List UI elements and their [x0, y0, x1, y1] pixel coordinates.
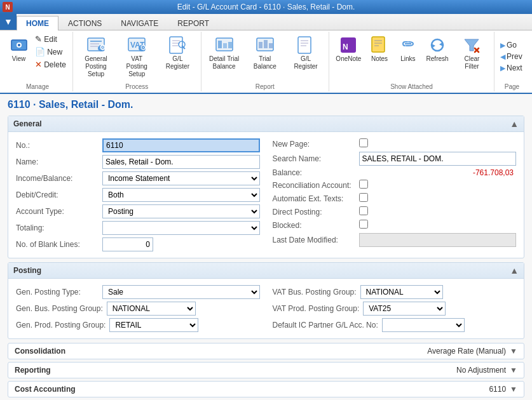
links-button[interactable]: Links [395, 33, 421, 65]
page-group-label: Page [498, 81, 526, 90]
general-posting-setup-button[interactable]: ⚙ General Posting Setup [77, 33, 115, 80]
name-label: Name: [16, 157, 99, 166]
name-input[interactable] [102, 155, 260, 169]
vat-posting-setup-icon: VAT⚙ [126, 35, 147, 55]
income-balance-select[interactable]: Income Statement Balance Sheet [102, 171, 260, 185]
gen-posting-type-value: Sale Purchase Settlement [102, 285, 260, 299]
auto-ext-texts-row: Automatic Ext. Texts: [273, 192, 517, 205]
debit-credit-select[interactable]: Both Debit Credit [102, 188, 260, 202]
next-label: Next [507, 63, 522, 72]
tab-report[interactable]: REPORT [168, 16, 219, 30]
direct-posting-row: Direct Posting: [273, 205, 517, 218]
vat-bus-posting-group-select[interactable]: NATIONAL [360, 285, 443, 299]
reporting-label: Reporting [15, 366, 51, 375]
reconciliation-checkbox[interactable] [359, 180, 368, 189]
detail-trial-balance-icon [214, 35, 235, 55]
detail-trial-balance-button[interactable]: Detail Trial Balance [205, 33, 243, 72]
tab-actions[interactable]: ACTIONS [58, 16, 111, 30]
new-page-value [359, 138, 517, 149]
general-section: General ▲ No.: Name: [8, 116, 524, 258]
no-value [102, 138, 260, 152]
default-ic-partner-value [382, 318, 516, 332]
new-button[interactable]: 📄 New [32, 46, 69, 58]
next-button[interactable]: ▶ Next [498, 63, 524, 73]
refresh-button[interactable]: Refresh [423, 33, 451, 65]
default-ic-partner-label: Default IC Partner G/L Acc. No: [273, 321, 378, 330]
account-type-select[interactable]: Posting Heading Total Begin-Total End-To… [102, 204, 260, 218]
onenote-button[interactable]: N OneNote [333, 33, 364, 65]
direct-posting-checkbox[interactable] [359, 206, 368, 215]
gen-posting-type-select[interactable]: Sale Purchase Settlement [102, 285, 260, 299]
general-left-column: No.: Name: Income/Balance: [16, 137, 260, 253]
vat-prod-posting-group-select[interactable]: VAT25 [363, 302, 446, 316]
trial-balance-label: Trial Balance [249, 55, 281, 70]
view-button[interactable]: View [6, 33, 31, 65]
gen-prod-posting-group-select[interactable]: RETAIL [109, 318, 198, 332]
default-ic-partner-select[interactable] [382, 318, 465, 332]
cost-accounting-chevron: ▼ [510, 385, 517, 394]
blocked-value [359, 220, 517, 230]
gen-bus-posting-group-value: NATIONAL [107, 302, 260, 316]
totaling-select[interactable] [102, 221, 260, 235]
direct-posting-label: Direct Posting: [273, 208, 355, 217]
clear-filter-button[interactable]: Clear Filter [454, 33, 490, 72]
new-page-checkbox[interactable] [359, 138, 368, 147]
default-ic-partner-row: Default IC Partner G/L Acc. No: [273, 317, 517, 333]
posting-section-header[interactable]: Posting ▲ [8, 263, 524, 279]
next-icon: ▶ [500, 64, 505, 72]
gen-bus-posting-group-row: Gen. Bus. Posting Group: NATIONAL [16, 300, 260, 317]
balance-value: -761.708,03 [359, 168, 517, 177]
blocked-row: Blocked: [273, 218, 517, 232]
links-icon [398, 35, 418, 55]
gl-register-report-button[interactable]: G/L Register [287, 33, 325, 72]
cost-accounting-label: Cost Accounting [15, 385, 76, 394]
consolidation-section[interactable]: Consolidation Average Rate (Manual) ▼ [8, 343, 524, 359]
blank-lines-input[interactable] [102, 237, 153, 251]
svg-text:⚙: ⚙ [99, 43, 106, 52]
prev-button[interactable]: ◀ Prev [498, 51, 524, 62]
gen-bus-posting-group-select[interactable]: NATIONAL [107, 302, 196, 316]
search-name-value [359, 152, 517, 166]
delete-button[interactable]: ✕ Delete [32, 58, 69, 70]
gl-register-process-button[interactable]: G/L Register [158, 33, 196, 72]
vat-posting-setup-button[interactable]: VAT⚙ VAT Posting Setup [118, 33, 156, 80]
blocked-checkbox[interactable] [359, 220, 368, 229]
vat-bus-posting-group-row: VAT Bus. Posting Group: NATIONAL [273, 284, 517, 300]
auto-ext-texts-value [359, 193, 517, 204]
general-section-header[interactable]: General ▲ [8, 116, 524, 132]
search-name-input[interactable] [359, 152, 517, 166]
clear-filter-label: Clear Filter [457, 55, 487, 70]
view-label: View [12, 55, 26, 63]
delete-icon: ✕ [35, 60, 42, 69]
consolidation-right: Average Rate (Manual) ▼ [427, 347, 517, 356]
tab-home[interactable]: HOME [17, 16, 58, 30]
process-group-label: Process [77, 81, 197, 90]
cost-accounting-section[interactable]: Cost Accounting 6110 ▼ [8, 381, 524, 397]
window-title: Edit - G/L Account Card - 6110 · Sales, … [177, 3, 355, 11]
account-type-row: Account Type: Posting Heading Total Begi… [16, 203, 260, 220]
posting-section-body: Gen. Posting Type: Sale Purchase Settlem… [8, 279, 524, 338]
notes-icon [369, 35, 390, 55]
report-group-label: Report [205, 81, 325, 90]
name-row: Name: [16, 154, 260, 170]
links-label: Links [400, 55, 415, 63]
reporting-chevron: ▼ [510, 366, 517, 375]
consolidation-value: Average Rate (Manual) [427, 347, 506, 356]
svg-rect-33 [372, 37, 385, 52]
account-type-value: Posting Heading Total Begin-Total End-To… [102, 204, 260, 218]
new-label: New [47, 48, 62, 57]
trial-balance-button[interactable]: Trial Balance [246, 33, 284, 72]
go-button[interactable]: ▶ Go [498, 40, 519, 50]
consolidation-label: Consolidation [15, 347, 65, 356]
reporting-section[interactable]: Reporting No Adjustment ▼ [8, 362, 524, 378]
ribbon-dropdown-button[interactable]: ▼ [0, 13, 17, 30]
auto-ext-texts-checkbox[interactable] [359, 193, 368, 202]
no-input[interactable] [102, 138, 260, 152]
edit-button[interactable]: ✎ Edit [32, 33, 69, 45]
debit-credit-row: Debit/Credit: Both Debit Credit [16, 187, 260, 203]
notes-button[interactable]: Notes [367, 33, 393, 65]
posting-right-column: VAT Bus. Posting Group: NATIONAL VAT Pro… [273, 284, 517, 333]
tab-navigate[interactable]: NAVIGATE [111, 16, 168, 30]
totaling-label: Totaling: [16, 223, 99, 232]
gl-register-process-label: G/L Register [161, 55, 193, 70]
